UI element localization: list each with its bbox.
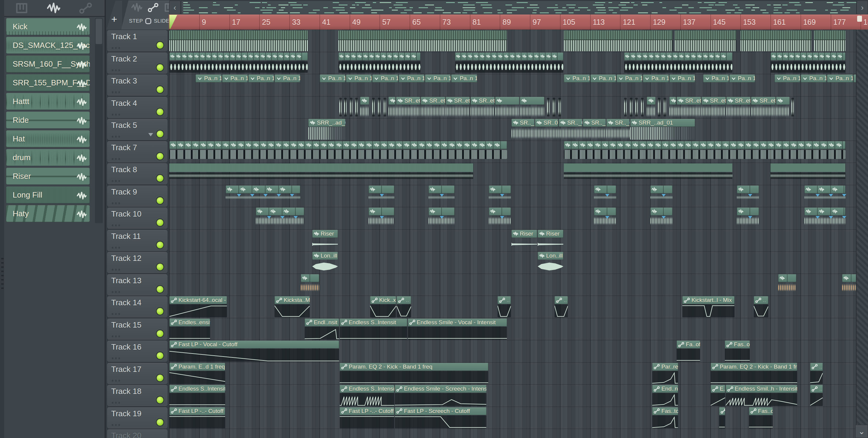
track-mute-led[interactable] — [157, 86, 163, 93]
picker-drag-handle[interactable] — [1, 258, 4, 291]
pattern-clip[interactable]: Pa..n 1 — [451, 75, 477, 82]
automation-clip[interactable]: Endless S..Intensit — [169, 385, 225, 393]
track-options-dots[interactable] — [112, 247, 121, 249]
automation-clip[interactable]: Kick..x — [370, 296, 396, 304]
track-name[interactable]: Track 11 — [111, 232, 141, 241]
playlist-track-lane[interactable]: Endles..ensitEndl..nsitEndless S..Intens… — [169, 318, 868, 340]
track-mute-led[interactable] — [157, 42, 163, 49]
track-header[interactable]: Track 14 — [107, 296, 167, 318]
track-options-dots[interactable] — [112, 158, 121, 160]
audio-clip[interactable]: SR..et) — [702, 97, 726, 105]
pattern-clip[interactable]: Pa..n 1 — [775, 75, 800, 82]
track-header[interactable]: Track 11 — [107, 230, 167, 251]
track-options-dots[interactable] — [112, 402, 121, 404]
automation-clip[interactable]: Fa..off — [677, 341, 700, 348]
playlist-track-lane[interactable]: Lon..illLon..ill — [169, 251, 868, 273]
pattern-clip[interactable]: Pa..n 1 — [346, 75, 372, 82]
audio-clip-kick[interactable] — [741, 30, 811, 51]
track-name[interactable]: Track 8 — [111, 165, 137, 174]
audio-clip-slice[interactable] — [558, 98, 561, 116]
track-mute-led[interactable] — [157, 64, 163, 71]
automation-clip[interactable]: Endless Smile - Screech - Intensit — [395, 385, 487, 393]
track-name[interactable]: Track 19 — [111, 409, 141, 418]
track-name[interactable]: Track 14 — [111, 298, 141, 308]
track-header[interactable]: Track 12 — [107, 252, 167, 273]
audio-clip-loop[interactable] — [771, 164, 845, 184]
track-mute-led[interactable] — [157, 397, 163, 403]
track-name[interactable]: Track 13 — [111, 276, 141, 285]
picker-item[interactable]: Long Fill — [6, 186, 90, 203]
automation-clip[interactable]: Par..req — [652, 363, 678, 371]
audio-clip[interactable] — [670, 97, 676, 105]
pattern-clip[interactable]: Pa..n 1 — [195, 75, 221, 82]
audio-clip-cells[interactable] — [301, 274, 319, 282]
pattern-clip[interactable]: Pa..n 1 — [730, 75, 755, 82]
audio-clip-cells[interactable] — [650, 185, 673, 193]
track-header[interactable]: Track 7 — [107, 141, 167, 163]
arrangement-minimap[interactable] — [181, 1, 857, 14]
audio-clip[interactable]: SR.._01 — [512, 119, 535, 127]
track-name[interactable]: Track 17 — [111, 365, 141, 374]
audio-clip-cells[interactable] — [489, 208, 511, 215]
picker-item[interactable]: drum — [6, 149, 90, 166]
track-header[interactable]: Track 13 — [107, 274, 167, 296]
audio-clip-cells[interactable] — [804, 208, 845, 215]
audio-clip-kick[interactable] — [675, 30, 736, 51]
audio-clip[interactable]: SR..01 — [535, 119, 558, 127]
audio-clip[interactable]: Riser — [538, 230, 563, 238]
pattern-clip[interactable]: Pa..n 1 — [617, 75, 642, 82]
automation-clip[interactable]: .. — [754, 296, 768, 304]
automation-clip[interactable]: Fas..off — [749, 407, 773, 415]
track-header[interactable]: Track 2 — [107, 53, 167, 74]
track-header[interactable]: Track 15 — [107, 319, 167, 340]
audio-clip-cells[interactable] — [169, 53, 308, 60]
pattern-clip[interactable]: Pa..n 1 — [222, 75, 248, 82]
track-mute-led[interactable] — [157, 109, 163, 115]
audio-clip[interactable] — [495, 97, 519, 105]
track-options-dots[interactable] — [112, 357, 121, 359]
track-name[interactable]: Track 4 — [111, 99, 137, 108]
pattern-clip[interactable]: Pa..n 1 — [670, 75, 695, 82]
audio-clip-cells[interactable] — [256, 208, 304, 215]
playlist-track-lane[interactable]: SRR_..ad_01SR.._01SR..01SR.._01SR.._01SR… — [169, 118, 868, 141]
pattern-clip[interactable]: Pa..n 1 — [248, 75, 274, 82]
track-options-dots[interactable] — [112, 225, 121, 226]
automation-clip[interactable]: Fas..toff — [652, 407, 678, 415]
track-mute-led[interactable] — [157, 130, 163, 137]
track-name[interactable]: Track 1 — [111, 32, 137, 41]
automation-clip[interactable]: .. — [498, 296, 511, 304]
track-mute-led[interactable] — [157, 330, 163, 337]
timeline-ruler[interactable]: 9172533414957657381899710511312112913714… — [169, 14, 868, 30]
audio-clip-cells[interactable] — [737, 208, 759, 215]
pattern-clip[interactable]: Pa..n 1 — [275, 75, 300, 82]
track-options-dots[interactable] — [112, 335, 121, 337]
track-header[interactable]: Track 10 — [107, 208, 167, 229]
audio-clip-kick[interactable] — [169, 30, 308, 51]
playlist-track-lane[interactable]: Endless S..IntensitEndless S..IntensitEn… — [169, 384, 868, 407]
automation-clip[interactable]: Kicksta..Mix — [275, 296, 310, 304]
automation-clip[interactable]: Endl..nsit — [305, 319, 339, 326]
playlist-track-lane[interactable]: Fast LP -..- CutoffFast LP -..- CutoffFa… — [169, 407, 868, 429]
playlist-track-lane[interactable]: Fast LP - Vocal - CutoffFa..offFas..off — [169, 340, 868, 362]
automation-clip[interactable]: Endless S..Intensit — [340, 319, 407, 326]
audio-clip-cells[interactable] — [369, 185, 394, 193]
track-mute-led[interactable] — [157, 286, 163, 293]
audio-clip[interactable]: SR.._01 — [607, 119, 629, 127]
audio-clip-cells[interactable] — [169, 141, 507, 149]
audio-clip-kick[interactable] — [564, 30, 673, 51]
pattern-clip[interactable]: Pa..n 1 — [643, 75, 669, 82]
automation-clip[interactable]: Param. E..d 1 freq — [169, 363, 225, 371]
audio-clip-cells[interactable] — [369, 208, 394, 215]
audio-clip[interactable]: SR.._01 — [583, 119, 606, 127]
playlist-track-lane[interactable]: RiserRiserRiser — [169, 229, 868, 252]
add-arrangement-tab-button[interactable]: + — [106, 1, 122, 30]
track-mute-led[interactable] — [157, 375, 163, 381]
audio-clip-cells[interactable] — [737, 185, 759, 193]
picker-item[interactable]: Ride — [6, 112, 90, 128]
audio-clip-cells[interactable] — [771, 53, 845, 60]
track-options-dots[interactable] — [112, 47, 121, 49]
track-options-dots[interactable] — [112, 291, 121, 293]
audio-clip[interactable]: SR..et) — [421, 97, 445, 105]
track-options-dots[interactable] — [112, 91, 121, 93]
audio-clip-cells[interactable] — [624, 53, 733, 60]
